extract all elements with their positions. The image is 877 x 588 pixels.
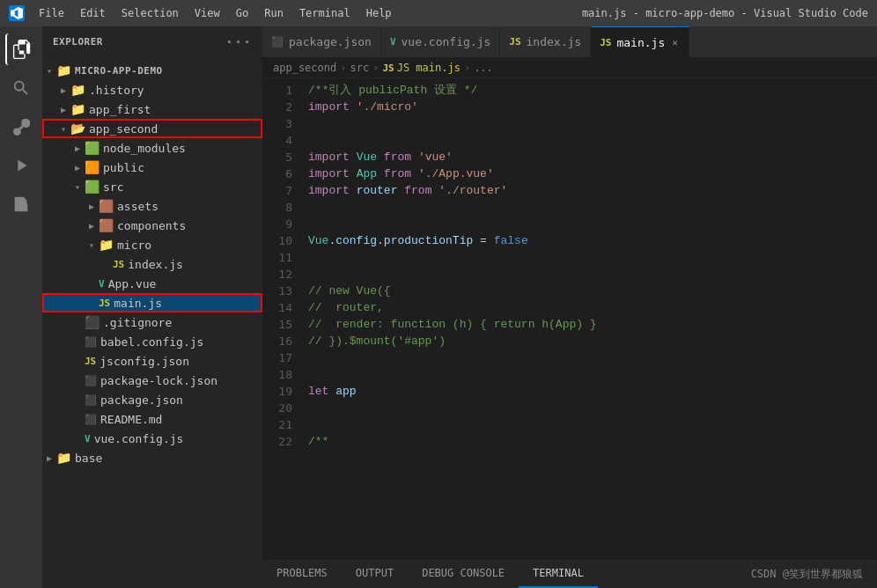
- code-content[interactable]: /**引入 publicPath 设置 */ import './micro' …: [301, 78, 877, 560]
- folder-icon: 📁: [56, 63, 71, 77]
- arrow-history: ▶: [56, 85, 70, 95]
- sidebar-title: EXPLORER: [53, 36, 103, 48]
- jsconfig-label: jsconfig.json: [99, 355, 189, 368]
- micro-index-label: index.js: [128, 258, 183, 271]
- tab-main-js-icon: JS: [600, 37, 611, 48]
- tree-readme[interactable]: ▶ ⬛ README.md: [42, 409, 262, 429]
- tree-history[interactable]: ▶ 📁 .history: [42, 80, 262, 99]
- app-vue-label: App.vue: [108, 277, 157, 290]
- menu-edit[interactable]: Edit: [73, 5, 113, 21]
- base-label: base: [75, 452, 102, 465]
- tab-bar: ⬛ package.json V vue.config.js JS index.…: [262, 26, 877, 57]
- activity-run-debug[interactable]: [5, 150, 37, 181]
- components-icon: 🟫: [99, 218, 114, 232]
- tree-micro[interactable]: ▾ 📁 micro: [42, 235, 262, 254]
- tab-main-js-label: main.js: [616, 36, 665, 49]
- tree-components[interactable]: ▶ 🟫 components: [42, 216, 262, 235]
- tab-vue-config[interactable]: V vue.config.js: [381, 26, 500, 57]
- tree-node-modules[interactable]: ▶ 🟩 node_modules: [42, 138, 262, 158]
- arrow-components: ▶: [85, 221, 99, 231]
- tree-package-lock[interactable]: ▶ ⬛ package-lock.json: [42, 371, 262, 390]
- app-first-icon: 📁: [70, 102, 85, 116]
- tab-package-json[interactable]: ⬛ package.json: [262, 26, 381, 57]
- tree-public[interactable]: ▶ 🟧 public: [42, 158, 262, 177]
- breadcrumb-app-second[interactable]: app_second: [273, 62, 336, 74]
- arrow-project: ▾: [42, 66, 56, 76]
- arrow-assets: ▶: [85, 202, 99, 211]
- tree-src[interactable]: ▾ 🟩 src: [42, 177, 262, 196]
- menu-file[interactable]: File: [32, 5, 71, 21]
- tab-terminal[interactable]: TERMINAL: [519, 560, 598, 588]
- tree-base[interactable]: ▶ 📁 base: [42, 448, 262, 467]
- tree-app-first[interactable]: ▶ 📁 app_first: [42, 99, 262, 119]
- tree-gitignore[interactable]: ▶ ⬛ .gitignore: [42, 312, 262, 332]
- app-second-icon: 📂: [70, 121, 85, 136]
- tree-babel[interactable]: ▶ ⬛ babel.config.js: [42, 332, 262, 351]
- menu-selection[interactable]: Selection: [114, 5, 186, 21]
- node-modules-label: node_modules: [103, 142, 186, 155]
- activity-explorer[interactable]: [5, 33, 37, 65]
- tab-index-js-icon: JS: [509, 36, 520, 48]
- package-lock-icon: ⬛: [85, 375, 97, 386]
- tab-problems[interactable]: PROBLEMS: [262, 560, 342, 588]
- arrow-base: ▶: [42, 453, 56, 463]
- package-lock-label: package-lock.json: [100, 374, 217, 387]
- app-second-label: app_second: [89, 122, 158, 136]
- bottom-tabs: PROBLEMS OUTPUT DEBUG CONSOLE TERMINAL: [262, 560, 598, 588]
- jsconfig-icon: JS: [85, 356, 96, 367]
- activity-search[interactable]: [5, 72, 37, 104]
- tab-index-js[interactable]: JS index.js: [500, 26, 591, 57]
- tree-main-js[interactable]: ▶ JS main.js: [42, 293, 262, 312]
- micro-label: micro: [117, 239, 151, 252]
- sidebar: EXPLORER ··· ▾ 📁 MICRO-APP-DEMO ▶ 📁 .his…: [42, 26, 262, 588]
- menu-run[interactable]: Run: [257, 5, 291, 21]
- menu-bar[interactable]: File Edit Selection View Go Run Terminal…: [32, 5, 399, 21]
- activity-bar: [0, 26, 42, 588]
- node-modules-icon: 🟩: [85, 141, 99, 155]
- micro-index-js-icon: JS: [113, 259, 124, 270]
- tree-package-json[interactable]: ▶ ⬛ package.json: [42, 390, 262, 409]
- public-icon: 🟧: [85, 160, 99, 174]
- activity-source-control[interactable]: [5, 111, 37, 143]
- editor-area: ⬛ package.json V vue.config.js JS index.…: [262, 26, 877, 588]
- tab-main-js[interactable]: JS main.js ✕: [591, 26, 689, 57]
- babel-label: babel.config.js: [100, 335, 203, 349]
- vue-config-icon: V: [85, 433, 91, 445]
- tree-app-vue[interactable]: ▶ V App.vue: [42, 274, 262, 293]
- tab-debug-console[interactable]: DEBUG CONSOLE: [408, 560, 519, 588]
- tree-micro-index[interactable]: ▶ JS index.js: [42, 254, 262, 274]
- bottom-panel: PROBLEMS OUTPUT DEBUG CONSOLE TERMINAL C…: [262, 560, 877, 588]
- package-json-label: package.json: [100, 393, 183, 407]
- activity-extensions[interactable]: [5, 188, 37, 220]
- main-js-label: main.js: [114, 297, 162, 310]
- gitignore-label: .gitignore: [103, 316, 172, 329]
- tree-vue-config[interactable]: ▶ V vue.config.js: [42, 429, 262, 448]
- title-bar: File Edit Selection View Go Run Terminal…: [0, 0, 877, 26]
- tab-vue-icon: V: [390, 36, 396, 48]
- menu-go[interactable]: Go: [229, 5, 255, 21]
- menu-help[interactable]: Help: [359, 5, 399, 21]
- app-vue-icon: V: [99, 278, 105, 290]
- arrow-node-modules: ▶: [70, 143, 85, 153]
- sidebar-more-options[interactable]: ···: [225, 33, 252, 50]
- breadcrumb-main-js[interactable]: JSJS main.js: [382, 62, 461, 74]
- breadcrumb-src[interactable]: src: [350, 62, 369, 74]
- micro-icon: 📁: [99, 238, 114, 252]
- tree-jsconfig[interactable]: ▶ JS jsconfig.json: [42, 351, 262, 371]
- history-label: .history: [89, 84, 144, 97]
- gitignore-icon: ⬛: [85, 315, 99, 329]
- arrow-public: ▶: [70, 163, 85, 173]
- tree-project-root[interactable]: ▾ 📁 MICRO-APP-DEMO: [42, 61, 262, 80]
- project-name-label: MICRO-APP-DEMO: [75, 65, 163, 77]
- src-label: src: [103, 180, 123, 194]
- menu-terminal[interactable]: Terminal: [292, 5, 357, 21]
- code-editor[interactable]: 12345 678910 1112131415 1617181920 2122 …: [262, 78, 877, 560]
- tree-app-second[interactable]: ▾ 📂 app_second: [42, 119, 262, 138]
- tab-main-js-close[interactable]: ✕: [670, 35, 680, 50]
- menu-view[interactable]: View: [188, 5, 227, 21]
- tree-assets[interactable]: ▶ 🟫 assets: [42, 196, 262, 216]
- tab-output[interactable]: OUTPUT: [342, 560, 408, 588]
- vue-config-label: vue.config.js: [94, 432, 184, 445]
- breadcrumb: app_second › src › JSJS main.js › ...: [262, 57, 877, 78]
- breadcrumb-ellipsis: ...: [474, 62, 493, 74]
